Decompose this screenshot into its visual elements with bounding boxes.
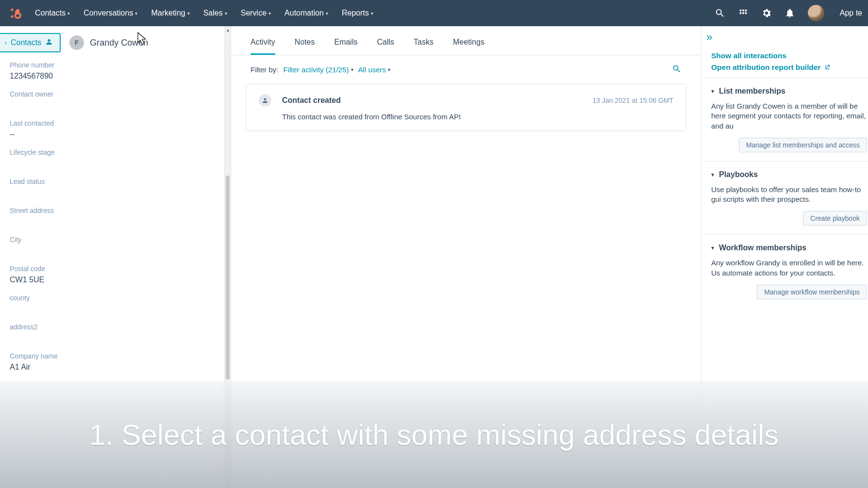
nav-sales[interactable]: Sales▾ [203, 9, 227, 17]
back-label: Contacts [11, 38, 41, 47]
section-toggle[interactable]: ▾ Workflow memberships [711, 244, 868, 252]
chevron-down-icon: ▾ [225, 11, 227, 16]
chevron-down-icon: ▾ [187, 11, 190, 16]
prop-label: City [10, 236, 214, 244]
prop-last-contacted[interactable]: Last contacted -- [10, 119, 214, 140]
prop-label: Contact owner [10, 90, 214, 98]
prop-value [10, 188, 214, 198]
manage-lists-button[interactable]: Manage list memberships and access [739, 138, 867, 152]
chevron-down-icon: ▾ [135, 11, 137, 16]
filter-activity-dropdown[interactable]: Filter activity (21/25)▾ [284, 65, 353, 74]
prop-city[interactable]: City [10, 236, 214, 256]
settings-icon[interactable] [761, 8, 772, 18]
prop-value [10, 305, 214, 314]
person-icon [259, 94, 271, 107]
hubspot-logo[interactable] [6, 3, 25, 23]
record-tabs: Activity Notes Emails Calls Tasks Meetin… [231, 26, 701, 55]
card-title: Contact created [282, 96, 341, 105]
prop-lifecycle[interactable]: Lifecycle stage [10, 148, 214, 169]
prop-label: Lifecycle stage [10, 148, 214, 156]
filter-row: Filter by: Filter activity (21/25)▾ All … [231, 55, 701, 84]
timeline-search-icon[interactable] [672, 64, 682, 75]
card-body: This contact was created from Offline So… [282, 113, 673, 121]
external-link-icon [824, 64, 831, 71]
prop-owner[interactable]: Contact owner [10, 90, 214, 111]
prop-label: Last contacted [10, 119, 214, 127]
prop-street[interactable]: Street address [10, 207, 214, 227]
svg-point-4 [15, 13, 20, 18]
section-list-memberships: ▾ List memberships Any list Grandy Cowen… [701, 78, 868, 161]
attribution-report-link[interactable]: Open attribution report builder [711, 63, 868, 72]
timeline-card[interactable]: Contact created 13 Jan 2021 at 15:06 GMT… [246, 84, 686, 131]
prop-label: county [10, 294, 214, 302]
section-playbooks: ▾ Playbooks Use playbooks to offer your … [701, 161, 868, 235]
section-desc: Any list Grandy Cowen is a member of wil… [711, 101, 868, 131]
search-icon[interactable] [715, 8, 725, 18]
section-desc: Any workflow Grandy is enrolled in will … [711, 258, 868, 278]
section-title: List memberships [719, 87, 785, 96]
tab-calls[interactable]: Calls [377, 38, 394, 55]
chevron-down-icon: ▾ [711, 171, 714, 178]
tab-tasks[interactable]: Tasks [414, 38, 434, 55]
card-header: Contact created 13 Jan 2021 at 15:06 GMT [259, 94, 673, 107]
nav-reports[interactable]: Reports▾ [342, 9, 373, 17]
chevron-down-icon: ▾ [268, 11, 271, 16]
prop-address2[interactable]: address2 [10, 323, 214, 343]
nav-service[interactable]: Service▾ [241, 9, 271, 17]
tab-emails[interactable]: Emails [334, 38, 357, 55]
prop-postal[interactable]: Postal code CW1 5UE [10, 265, 214, 285]
user-avatar[interactable] [808, 5, 824, 21]
section-title: Playbooks [719, 170, 758, 179]
nav-conversations[interactable]: Conversations▾ [83, 9, 137, 17]
prop-value: A1 Air [10, 363, 214, 373]
section-workflows: ▾ Workflow memberships Any workflow Gran… [701, 234, 868, 308]
right-header: » [701, 26, 868, 49]
prop-company[interactable]: Company name A1 Air [10, 352, 214, 373]
create-playbook-button[interactable]: Create playbook [803, 211, 867, 226]
account-name[interactable]: App te [840, 9, 862, 17]
contact-chip[interactable]: F Grandy Cowen [69, 35, 148, 50]
filter-users-dropdown[interactable]: All users▾ [358, 65, 391, 74]
prop-label: Lead status [10, 178, 214, 185]
prop-value [10, 159, 214, 169]
section-title: Workflow memberships [719, 244, 806, 252]
main-area: ‹ Contacts F Grandy Cowen Phone number 1… [0, 26, 868, 488]
tab-activity[interactable]: Activity [250, 38, 275, 55]
instruction-banner: 1. Select a contact with some missing ad… [0, 381, 868, 488]
prop-lead-status[interactable]: Lead status [10, 178, 214, 198]
marketplace-icon[interactable] [738, 8, 749, 18]
prop-value [10, 246, 214, 256]
section-desc: Use playbooks to offer your sales team h… [711, 185, 868, 205]
tab-notes[interactable]: Notes [295, 38, 315, 55]
nav-automation[interactable]: Automation▾ [284, 9, 328, 17]
section-toggle[interactable]: ▾ Playbooks [711, 170, 868, 179]
left-header: ‹ Contacts F Grandy Cowen [0, 26, 224, 59]
prop-label: Phone number [10, 61, 214, 69]
nav-contacts[interactable]: Contacts▾ [35, 9, 70, 17]
contact-avatar: F [69, 35, 84, 50]
back-to-contacts-button[interactable]: ‹ Contacts [0, 33, 61, 52]
chevron-down-icon: ▾ [67, 11, 70, 16]
section-toggle[interactable]: ▾ List memberships [711, 87, 868, 96]
prop-label: address2 [10, 323, 214, 331]
scroll-up-icon[interactable]: ▴ [225, 27, 231, 33]
tab-meetings[interactable]: Meetings [453, 38, 484, 55]
prop-value: CW1 5UE [10, 276, 214, 285]
prop-county[interactable]: county [10, 294, 214, 314]
nav-marketing[interactable]: Marketing▾ [151, 9, 189, 17]
svg-point-2 [11, 8, 13, 11]
filter-prefix: Filter by: [250, 65, 279, 74]
prop-value [10, 101, 214, 111]
chevron-down-icon: ▾ [351, 67, 353, 72]
property-list: Phone number 1234567890 Contact owner La… [0, 59, 224, 373]
prop-phone[interactable]: Phone number 1234567890 [10, 61, 214, 81]
nav-right: App te [715, 5, 862, 21]
expand-right-icon[interactable]: » [706, 31, 712, 44]
manage-workflows-button[interactable]: Manage workflow memberships [757, 285, 867, 299]
notifications-icon[interactable] [785, 8, 795, 18]
prop-label: Company name [10, 352, 214, 360]
chevron-left-icon: ‹ [5, 39, 7, 46]
prop-value: 1234567890 [10, 72, 214, 81]
show-all-interactions-link[interactable]: Show all interactions [711, 51, 868, 60]
scroll-thumb[interactable] [226, 176, 230, 379]
